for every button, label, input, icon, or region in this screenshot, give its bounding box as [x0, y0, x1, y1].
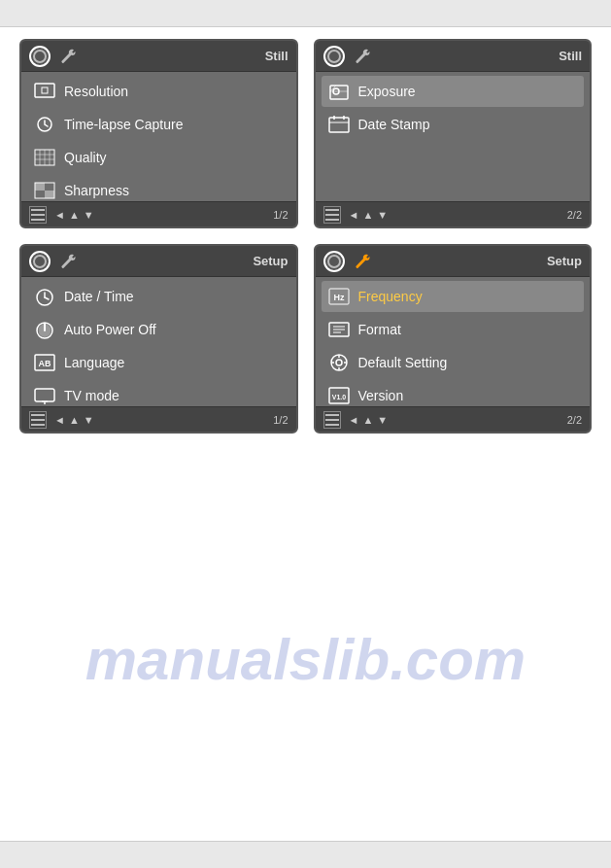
footer-menu-icon-4	[323, 411, 341, 429]
menu-item-datestamp[interactable]: Date Stamp	[322, 109, 585, 140]
menu-label-datetime: Date / Time	[64, 289, 134, 304]
footer-nav-setup-2: ◄ ▲ ▼	[349, 414, 567, 426]
datetime-icon	[33, 285, 56, 308]
footer-nav-still-1: ◄ ▲ ▼	[54, 209, 273, 221]
screen-title-setup-2: Setup	[547, 254, 582, 268]
page-number-setup-1: 1/2	[273, 414, 288, 426]
footer-menu-icon-3	[29, 411, 47, 429]
wrench-icon-2	[351, 46, 372, 67]
screen-header-setup-2: Setup	[316, 246, 591, 277]
screen-body-setup-1: Date / Time Auto Power Off	[21, 277, 296, 417]
tvmode-icon	[33, 384, 56, 407]
menu-item-frequency[interactable]: Hz Frequency	[322, 281, 585, 312]
menu-label-autopoweroff: Auto Power Off	[64, 322, 156, 337]
svg-rect-22	[325, 214, 339, 216]
screen-header-still-1: Still	[21, 41, 296, 72]
screen-footer-still-2: ◄ ▲ ▼ 2/2	[316, 201, 591, 226]
sharpness-icon	[33, 179, 56, 202]
menu-item-quality[interactable]: Quality	[27, 142, 290, 173]
svg-rect-17	[329, 118, 349, 132]
svg-rect-51	[325, 414, 339, 416]
screen-footer-setup-2: ◄ ▲ ▼ 2/2	[316, 406, 591, 432]
menu-label-exposure: Exposure	[358, 84, 416, 99]
svg-rect-23	[325, 219, 339, 221]
screen-footer-still-1: ◄ ▲ ▼ 1/2	[21, 201, 296, 226]
page-number-still-2: 2/2	[567, 209, 582, 221]
screen-header-still-2: Still	[316, 41, 591, 72]
screen-still-1: Still Resolution	[19, 39, 298, 228]
menu-label-version: Version	[358, 388, 404, 403]
menu-item-defaultsetting[interactable]: Default Setting	[322, 347, 585, 378]
nav-left-arrow: ◄	[54, 209, 65, 221]
nav-down-arrow: ▼	[84, 209, 94, 221]
svg-rect-52	[325, 419, 339, 421]
bottom-bar	[0, 841, 611, 868]
svg-text:V1.0: V1.0	[331, 394, 346, 400]
page-number-still-1: 1/2	[273, 209, 288, 221]
watermark: manualslib.com	[85, 626, 526, 693]
svg-point-44	[336, 360, 342, 365]
camera-icon-4	[323, 251, 345, 272]
menu-label-format: Format	[358, 322, 401, 337]
frequency-icon: Hz	[327, 285, 351, 308]
menu-item-exposure[interactable]: Exposure	[322, 76, 585, 107]
screens-container: Still Resolution	[19, 39, 592, 434]
footer-menu-icon-2	[323, 206, 341, 224]
footer-nav-still-2: ◄ ▲ ▼	[349, 209, 567, 221]
defaultsetting-icon	[327, 351, 351, 374]
screen-header-setup-1: Setup	[21, 246, 296, 277]
wrench-icon-4	[351, 251, 372, 272]
screen-setup-1: Setup Date / Time	[19, 244, 298, 434]
svg-rect-35	[31, 419, 45, 421]
svg-rect-11	[45, 191, 54, 198]
top-bar	[0, 0, 611, 27]
menu-item-language[interactable]: AB Language	[27, 347, 290, 378]
menu-label-timelapse: Time-lapse Capture	[64, 117, 183, 132]
page-number-setup-2: 2/2	[567, 414, 582, 426]
menu-label-defaultsetting: Default Setting	[358, 355, 448, 370]
svg-rect-12	[31, 209, 45, 211]
svg-rect-53	[325, 424, 339, 426]
version-icon: V1.0	[327, 384, 351, 407]
svg-rect-34	[31, 414, 45, 416]
menu-label-resolution: Resolution	[64, 84, 128, 99]
menu-item-datetime[interactable]: Date / Time	[27, 281, 290, 312]
svg-text:Hz: Hz	[333, 293, 344, 302]
menu-label-quality: Quality	[64, 150, 107, 165]
menu-item-resolution[interactable]: Resolution	[27, 76, 290, 107]
camera-icon-2	[323, 46, 345, 67]
format-icon	[327, 318, 351, 341]
quality-icon	[33, 146, 56, 169]
screen-body-still-1: Resolution Time-lapse Capture	[21, 72, 296, 212]
svg-rect-36	[31, 424, 45, 426]
nav-up-arrow: ▲	[69, 209, 80, 221]
svg-rect-21	[325, 209, 339, 211]
svg-rect-14	[31, 219, 45, 221]
screen-body-setup-2: Hz Frequency Format	[316, 277, 591, 417]
autopoweroff-icon	[33, 318, 56, 341]
svg-rect-10	[35, 183, 45, 191]
menu-label-datestamp: Date Stamp	[358, 117, 430, 132]
timelapse-icon	[33, 113, 56, 136]
svg-rect-31	[35, 389, 54, 401]
camera-icon	[29, 46, 51, 67]
menu-label-tvmode: TV mode	[64, 388, 119, 403]
screen-title-still-2: Still	[559, 49, 582, 63]
screen-title-setup-1: Setup	[253, 254, 288, 268]
menu-item-autopoweroff[interactable]: Auto Power Off	[27, 314, 290, 345]
resolution-icon	[33, 80, 56, 103]
screen-title-still-1: Still	[265, 49, 289, 63]
screen-still-2: Still Exposure	[314, 39, 593, 228]
exposure-icon	[327, 80, 351, 103]
menu-label-sharpness: Sharpness	[64, 183, 129, 198]
svg-rect-13	[31, 214, 45, 216]
menu-item-timelapse[interactable]: Time-lapse Capture	[27, 109, 290, 140]
svg-rect-1	[42, 87, 48, 93]
svg-rect-0	[35, 84, 54, 97]
language-icon: AB	[33, 351, 56, 374]
menu-label-language: Language	[64, 355, 124, 370]
menu-item-format[interactable]: Format	[322, 314, 585, 345]
wrench-icon-3	[56, 251, 78, 272]
footer-menu-icon	[29, 206, 47, 224]
menu-label-frequency: Frequency	[358, 289, 423, 304]
